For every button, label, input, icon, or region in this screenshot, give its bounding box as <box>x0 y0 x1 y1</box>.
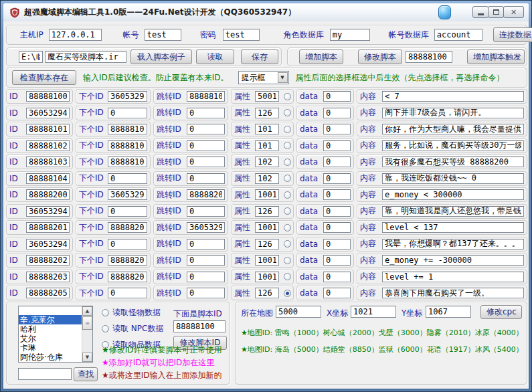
scroll-up-icon[interactable]: ▲ <box>82 306 92 316</box>
grid-attr-radio[interactable] <box>284 240 291 248</box>
grid-data-input[interactable] <box>323 108 351 118</box>
grid-id-input[interactable] <box>26 157 70 167</box>
grid-content-input[interactable] <box>382 206 524 217</box>
maximize-button[interactable] <box>488 6 504 18</box>
grid-jump-input[interactable] <box>187 124 225 134</box>
grid-next-input[interactable] <box>108 239 147 250</box>
grid-attr-input[interactable] <box>255 140 279 151</box>
scroll-thumb[interactable]: ≡ <box>82 316 92 330</box>
add-trigger-button[interactable]: 增加脚本触发 <box>467 50 525 64</box>
modify-cpc-button[interactable]: 修改cpc <box>480 305 522 319</box>
grid-id-input[interactable] <box>26 189 70 200</box>
grid-content-input[interactable] <box>382 189 524 200</box>
host-ip-input[interactable] <box>49 29 102 41</box>
grid-attr-radio[interactable] <box>284 142 291 149</box>
title-bar[interactable]: 超强魔域脚本编辑工具1.0版——24Fu.Net设计开发（QQ360532947… <box>3 3 529 21</box>
grid-id-input[interactable] <box>26 222 70 233</box>
map-input[interactable] <box>276 306 321 318</box>
grid-data-input[interactable] <box>323 288 351 298</box>
read-npc-radio[interactable] <box>102 325 109 332</box>
read-button[interactable]: 读取 <box>196 50 234 64</box>
grid-next-input[interactable] <box>108 173 147 184</box>
grid-attr-radio[interactable] <box>284 159 291 166</box>
grid-content-input[interactable] <box>382 108 524 118</box>
find-button[interactable]: 查找 <box>74 367 98 381</box>
grid-attr-radio[interactable] <box>284 257 291 264</box>
bottom-script-id-input[interactable] <box>173 320 226 332</box>
grid-jump-input[interactable] <box>187 91 225 102</box>
grid-attr-input[interactable] <box>255 124 279 134</box>
grid-jump-input[interactable] <box>187 288 225 298</box>
grid-attr-radio[interactable] <box>284 175 291 182</box>
grid-id-input[interactable] <box>26 272 70 282</box>
grid-attr-input[interactable] <box>255 189 279 200</box>
grid-data-input[interactable] <box>323 239 351 250</box>
minimize-button[interactable] <box>472 6 489 18</box>
npc-list-item[interactable]: 阿伦莎·仓库 <box>19 353 82 362</box>
grid-attr-radio[interactable] <box>284 109 291 116</box>
grid-next-input[interactable] <box>108 124 147 134</box>
find-input[interactable] <box>18 368 72 380</box>
grid-attr-radio[interactable] <box>284 224 291 231</box>
grid-data-input[interactable] <box>323 189 351 200</box>
grid-attr-input[interactable] <box>255 288 279 298</box>
load-example-button[interactable]: 载入脚本例子 <box>130 50 192 64</box>
grid-attr-input[interactable] <box>255 239 279 250</box>
grid-id-input[interactable] <box>26 288 70 298</box>
grid-data-input[interactable] <box>323 157 351 167</box>
read-monster-radio-row[interactable]: 读取怪物数据 <box>102 307 161 318</box>
npc-list-item[interactable]: 辛.克莱尔 <box>19 315 82 324</box>
connect-db-button[interactable]: 连接数据库 <box>493 27 532 42</box>
grid-next-input[interactable] <box>108 91 147 102</box>
grid-id-input[interactable] <box>26 239 70 250</box>
grid-attr-radio[interactable] <box>284 290 291 297</box>
grid-attr-radio[interactable] <box>284 93 291 100</box>
role-db-input[interactable] <box>330 29 370 41</box>
grid-data-input[interactable] <box>323 206 351 217</box>
password-input[interactable] <box>223 29 260 41</box>
grid-content-input[interactable] <box>382 288 524 298</box>
grid-attr-input[interactable] <box>255 108 279 118</box>
close-button[interactable]: ✕ <box>503 6 524 18</box>
grid-attr-input[interactable] <box>255 157 279 167</box>
scroll-down-icon[interactable]: ▼ <box>82 353 92 362</box>
npc-list-item[interactable]: 哈利 <box>19 324 82 334</box>
grid-next-input[interactable] <box>108 255 147 266</box>
x-coord-input[interactable] <box>351 306 396 318</box>
grid-id-input[interactable] <box>26 91 70 102</box>
grid-content-input[interactable] <box>382 140 524 151</box>
grid-next-input[interactable] <box>108 206 147 217</box>
grid-attr-input[interactable] <box>255 91 279 102</box>
add-script-button[interactable]: 增加脚本 <box>299 50 343 64</box>
grid-id-input[interactable] <box>26 255 70 266</box>
grid-jump-input[interactable] <box>187 108 225 118</box>
grid-content-input[interactable] <box>382 272 524 282</box>
grid-jump-input[interactable] <box>187 206 225 217</box>
grid-next-input[interactable] <box>108 222 147 233</box>
grid-attr-radio[interactable] <box>284 273 291 280</box>
grid-attr-input[interactable] <box>255 173 279 184</box>
grid-content-input[interactable] <box>382 255 524 266</box>
grid-data-input[interactable] <box>323 91 351 102</box>
grid-data-input[interactable] <box>323 124 351 134</box>
grid-attr-radio[interactable] <box>284 126 291 133</box>
grid-jump-input[interactable] <box>187 255 225 266</box>
grid-next-input[interactable] <box>108 108 147 118</box>
grid-id-input[interactable] <box>26 206 70 217</box>
grid-next-input[interactable] <box>108 157 147 167</box>
grid-data-input[interactable] <box>323 255 351 266</box>
y-coord-input[interactable] <box>426 306 471 318</box>
grid-id-input[interactable] <box>26 173 70 184</box>
grid-jump-input[interactable] <box>187 222 225 233</box>
path-input[interactable] <box>19 51 43 63</box>
grid-id-input[interactable] <box>26 140 70 151</box>
grid-attr-input[interactable] <box>255 206 279 217</box>
grid-next-input[interactable] <box>108 140 147 151</box>
grid-attr-input[interactable] <box>255 222 279 233</box>
npc-list-scrollbar[interactable]: ▲ ≡ ▼ <box>82 306 92 362</box>
prompt-dropdown[interactable]: 提示框 ▼ <box>238 71 289 84</box>
npc-list-item[interactable]: 艾尔 <box>19 334 82 343</box>
grid-next-input[interactable] <box>108 272 147 282</box>
grid-id-input[interactable] <box>26 124 70 134</box>
account-input[interactable] <box>145 29 181 41</box>
